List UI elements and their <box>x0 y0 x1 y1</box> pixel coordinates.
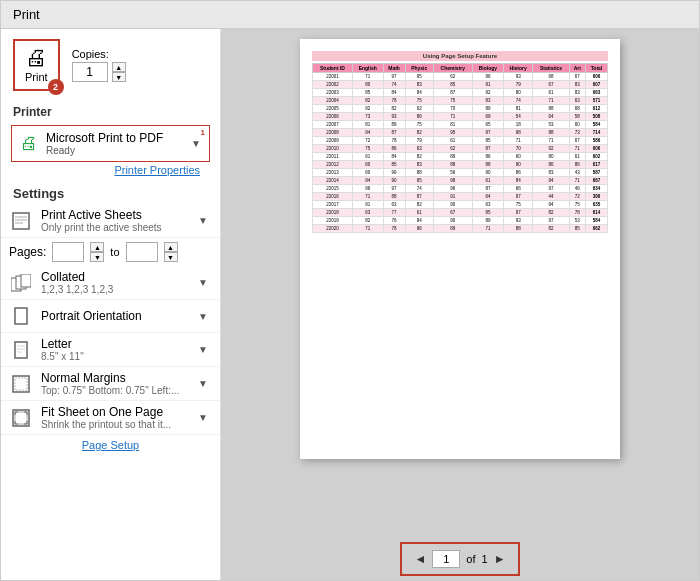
svg-rect-7 <box>15 308 27 324</box>
margins-dropdown[interactable]: ▼ <box>198 378 212 389</box>
table-cell: 584 <box>585 121 607 129</box>
print-button[interactable]: 🖨 Print 2 <box>13 39 60 91</box>
table-cell: 22010 <box>313 145 353 153</box>
copies-label: Copies: <box>72 48 126 60</box>
pages-to-down[interactable]: ▼ <box>164 252 178 262</box>
table-cell: 87 <box>433 89 472 97</box>
table-cell: 22001 <box>313 73 353 81</box>
table-cell: 584 <box>585 217 607 225</box>
table-cell: 78 <box>383 225 405 233</box>
table-cell: 79 <box>405 137 433 145</box>
table-cell: 89 <box>383 121 405 129</box>
table-cell: 81 <box>433 121 472 129</box>
table-cell: 714 <box>585 129 607 137</box>
copies-up-btn[interactable]: ▲ <box>112 62 126 72</box>
pages-from-spinner: ▲ ▼ <box>90 242 104 262</box>
setting-margins-main: Normal Margins <box>41 371 190 385</box>
setting-fit[interactable]: Fit Sheet on One Page Shrink the printou… <box>1 401 220 435</box>
table-cell: 95 <box>405 73 433 81</box>
printer-icon-badge: 🖨 <box>20 133 38 154</box>
setting-orientation[interactable]: Portrait Orientation ▼ <box>1 300 220 333</box>
prev-page-btn[interactable]: ◄ <box>414 552 426 566</box>
table-cell: 86 <box>383 145 405 153</box>
table-header-cell: Math <box>383 64 405 73</box>
table-cell: 71 <box>352 73 383 81</box>
pages-to-up[interactable]: ▲ <box>164 242 178 252</box>
table-cell: 86 <box>472 153 503 161</box>
pages-to-spinner: ▲ ▼ <box>164 242 178 262</box>
table-cell: 91 <box>433 193 472 201</box>
table-cell: 69 <box>472 113 503 121</box>
table-row: 220078189758165185360584 <box>313 121 608 129</box>
table-cell: 77 <box>383 209 405 217</box>
table-cell: 90 <box>383 177 405 185</box>
table-cell: 75 <box>405 121 433 129</box>
pages-from-input[interactable] <box>52 242 84 262</box>
table-cell: 22012 <box>313 161 353 169</box>
table-cell: 635 <box>585 201 607 209</box>
table-cell: 72 <box>569 193 585 201</box>
pages-from-up[interactable]: ▲ <box>90 242 104 252</box>
fit-dropdown[interactable]: ▼ <box>198 412 212 423</box>
table-cell: 85 <box>433 81 472 89</box>
collated-dropdown[interactable]: ▼ <box>198 277 212 288</box>
print-active-dropdown[interactable]: ▼ <box>198 215 212 226</box>
table-cell: 84 <box>383 153 405 161</box>
pages-to-input[interactable] <box>126 242 158 262</box>
table-cell: 60 <box>569 121 585 129</box>
table-cell: 91 <box>352 201 383 209</box>
table-row: 220059282627089818868612 <box>313 105 608 113</box>
paper-dropdown[interactable]: ▼ <box>198 344 212 355</box>
table-cell: 93 <box>503 73 533 81</box>
setting-print-active-sheets[interactable]: Print Active Sheets Only print the activ… <box>1 204 220 238</box>
printer-selector[interactable]: 🖨 Microsoft Print to PDF Ready ▼ 1 <box>11 125 210 162</box>
table-cell: 612 <box>585 105 607 113</box>
setting-fit-main: Fit Sheet on One Page <box>41 405 190 419</box>
copies-input[interactable] <box>72 62 108 82</box>
table-cell: 78 <box>383 137 405 145</box>
table-cell: 82 <box>405 129 433 137</box>
setting-paper[interactable]: Letter 8.5" x 11" ▼ <box>1 333 220 367</box>
table-cell: 63 <box>569 97 585 105</box>
table-cell: 67 <box>533 81 569 89</box>
table-cell: 88 <box>533 105 569 113</box>
pages-from-down[interactable]: ▼ <box>90 252 104 262</box>
printer-properties-link[interactable]: Printer Properties <box>11 162 210 178</box>
table-cell: 22016 <box>313 193 353 201</box>
table-cell: 97 <box>383 73 405 81</box>
setting-print-active-main: Print Active Sheets <box>41 208 190 222</box>
content-area: 🖨 Print 2 Copies: ▲ ▼ Printer <box>1 29 699 580</box>
table-cell: 73 <box>569 129 585 137</box>
setting-orientation-main: Portrait Orientation <box>41 309 190 323</box>
table-cell: 71 <box>569 145 585 153</box>
table-cell: 80 <box>503 161 533 169</box>
setting-collated[interactable]: Collated 1,2,3 1,2,3 1,2,3 ▼ <box>1 266 220 300</box>
setting-margins[interactable]: Normal Margins Top: 0.75" Bottom: 0.75" … <box>1 367 220 401</box>
table-cell: 99 <box>383 169 405 177</box>
page-setup-link[interactable]: Page Setup <box>1 435 220 455</box>
page-number-input[interactable] <box>432 550 460 568</box>
svg-rect-0 <box>13 213 29 229</box>
table-cell: 617 <box>585 161 607 169</box>
table-cell: 88 <box>533 129 569 137</box>
table-cell: 22008 <box>313 129 353 137</box>
table-cell: 54 <box>503 113 533 121</box>
table-cell: 98 <box>503 129 533 137</box>
table-cell: 667 <box>585 177 607 185</box>
table-cell: 90 <box>472 169 503 177</box>
print-button-section: 🖨 Print 2 Copies: ▲ ▼ <box>1 29 220 101</box>
next-page-btn[interactable]: ► <box>494 552 506 566</box>
table-cell: 93 <box>383 113 405 121</box>
table-row: 220107586636287709271606 <box>313 145 608 153</box>
table-header-cell: Physic <box>405 64 433 73</box>
table-cell: 61 <box>569 153 585 161</box>
nav-total: 1 <box>482 553 488 565</box>
copies-down-btn[interactable]: ▼ <box>112 72 126 82</box>
table-cell: 66 <box>503 185 533 193</box>
table-cell: 88 <box>383 193 405 201</box>
table-header-cell: English <box>352 64 383 73</box>
svg-rect-8 <box>15 342 27 358</box>
table-cell: 71 <box>472 225 503 233</box>
orientation-dropdown[interactable]: ▼ <box>198 311 212 322</box>
table-row: 220028074838591796783607 <box>313 81 608 89</box>
